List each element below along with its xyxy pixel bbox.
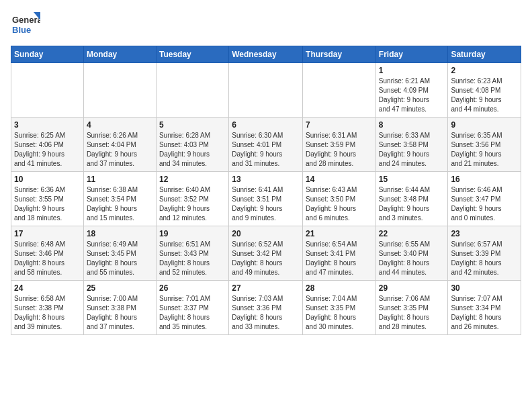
day-info: Sunrise: 7:04 AM Sunset: 3:35 PM Dayligh… bbox=[306, 294, 373, 332]
day-number: 24 bbox=[14, 283, 81, 293]
day-number: 25 bbox=[87, 283, 153, 293]
day-cell bbox=[229, 63, 303, 118]
day-info: Sunrise: 6:55 AM Sunset: 3:40 PM Dayligh… bbox=[379, 240, 445, 277]
day-info: Sunrise: 7:00 AM Sunset: 3:38 PM Dayligh… bbox=[87, 294, 153, 332]
day-number: 6 bbox=[232, 120, 300, 130]
day-cell: 22Sunrise: 6:55 AM Sunset: 3:40 PM Dayli… bbox=[375, 226, 448, 281]
header-thursday: Thursday bbox=[303, 46, 376, 63]
day-info: Sunrise: 6:36 AM Sunset: 3:55 PM Dayligh… bbox=[14, 185, 81, 223]
day-info: Sunrise: 7:07 AM Sunset: 3:34 PM Dayligh… bbox=[451, 294, 518, 332]
day-number: 5 bbox=[159, 120, 226, 130]
header-friday: Friday bbox=[375, 46, 448, 63]
page-header: General Blue bbox=[11, 11, 521, 40]
day-info: Sunrise: 6:25 AM Sunset: 4:06 PM Dayligh… bbox=[14, 131, 81, 169]
day-number: 13 bbox=[232, 175, 300, 184]
day-info: Sunrise: 6:46 AM Sunset: 3:47 PM Dayligh… bbox=[451, 185, 518, 223]
day-info: Sunrise: 6:31 AM Sunset: 3:59 PM Dayligh… bbox=[306, 131, 373, 169]
day-info: Sunrise: 6:51 AM Sunset: 3:43 PM Dayligh… bbox=[159, 240, 226, 277]
day-number: 11 bbox=[87, 175, 153, 184]
day-cell: 13Sunrise: 6:41 AM Sunset: 3:51 PM Dayli… bbox=[229, 172, 303, 226]
day-cell: 16Sunrise: 6:46 AM Sunset: 3:47 PM Dayli… bbox=[448, 172, 521, 226]
week-row-1: 3Sunrise: 6:25 AM Sunset: 4:06 PM Daylig… bbox=[11, 118, 521, 172]
week-row-4: 24Sunrise: 6:58 AM Sunset: 3:38 PM Dayli… bbox=[11, 281, 521, 335]
svg-text:Blue: Blue bbox=[12, 25, 31, 35]
day-number: 2 bbox=[451, 66, 518, 75]
day-info: Sunrise: 6:38 AM Sunset: 3:54 PM Dayligh… bbox=[87, 185, 153, 223]
calendar-table: SundayMondayTuesdayWednesdayThursdayFrid… bbox=[11, 46, 521, 335]
day-number: 1 bbox=[379, 66, 445, 75]
day-number: 4 bbox=[87, 120, 153, 130]
day-cell: 15Sunrise: 6:44 AM Sunset: 3:48 PM Dayli… bbox=[375, 172, 448, 226]
day-cell: 8Sunrise: 6:33 AM Sunset: 3:58 PM Daylig… bbox=[375, 118, 448, 172]
day-info: Sunrise: 7:01 AM Sunset: 3:37 PM Dayligh… bbox=[159, 294, 226, 332]
day-cell: 7Sunrise: 6:31 AM Sunset: 3:59 PM Daylig… bbox=[303, 118, 376, 172]
day-info: Sunrise: 7:03 AM Sunset: 3:36 PM Dayligh… bbox=[232, 294, 300, 332]
day-number: 14 bbox=[306, 175, 373, 184]
day-cell: 1Sunrise: 6:21 AM Sunset: 4:09 PM Daylig… bbox=[375, 63, 448, 118]
day-number: 30 bbox=[451, 283, 518, 293]
day-cell: 10Sunrise: 6:36 AM Sunset: 3:55 PM Dayli… bbox=[11, 172, 84, 226]
header-saturday: Saturday bbox=[448, 46, 521, 63]
day-cell: 2Sunrise: 6:23 AM Sunset: 4:08 PM Daylig… bbox=[448, 63, 521, 118]
day-info: Sunrise: 6:54 AM Sunset: 3:41 PM Dayligh… bbox=[306, 240, 373, 277]
day-number: 10 bbox=[14, 175, 81, 184]
logo-icon: General Blue bbox=[11, 11, 40, 40]
day-cell: 26Sunrise: 7:01 AM Sunset: 3:37 PM Dayli… bbox=[156, 281, 228, 335]
logo: General Blue bbox=[11, 11, 40, 40]
day-cell: 23Sunrise: 6:57 AM Sunset: 3:39 PM Dayli… bbox=[448, 226, 521, 281]
day-cell: 4Sunrise: 6:26 AM Sunset: 4:04 PM Daylig… bbox=[83, 118, 156, 172]
day-cell: 9Sunrise: 6:35 AM Sunset: 3:56 PM Daylig… bbox=[448, 118, 521, 172]
day-info: Sunrise: 6:26 AM Sunset: 4:04 PM Dayligh… bbox=[87, 131, 153, 169]
day-cell: 6Sunrise: 6:30 AM Sunset: 4:01 PM Daylig… bbox=[229, 118, 303, 172]
day-number: 12 bbox=[159, 175, 226, 184]
day-cell: 19Sunrise: 6:51 AM Sunset: 3:43 PM Dayli… bbox=[156, 226, 228, 281]
day-number: 28 bbox=[306, 283, 373, 293]
svg-text:General: General bbox=[12, 15, 40, 25]
day-info: Sunrise: 6:35 AM Sunset: 3:56 PM Dayligh… bbox=[451, 131, 518, 169]
day-number: 19 bbox=[159, 229, 226, 238]
header-sunday: Sunday bbox=[11, 46, 84, 63]
day-cell: 24Sunrise: 6:58 AM Sunset: 3:38 PM Dayli… bbox=[11, 281, 84, 335]
day-cell: 25Sunrise: 7:00 AM Sunset: 3:38 PM Dayli… bbox=[83, 281, 156, 335]
day-cell: 12Sunrise: 6:40 AM Sunset: 3:52 PM Dayli… bbox=[156, 172, 228, 226]
day-info: Sunrise: 6:48 AM Sunset: 3:46 PM Dayligh… bbox=[14, 240, 81, 277]
day-info: Sunrise: 6:28 AM Sunset: 4:03 PM Dayligh… bbox=[159, 131, 226, 169]
day-info: Sunrise: 6:43 AM Sunset: 3:50 PM Dayligh… bbox=[306, 185, 373, 223]
day-cell: 17Sunrise: 6:48 AM Sunset: 3:46 PM Dayli… bbox=[11, 226, 84, 281]
day-cell bbox=[303, 63, 376, 118]
day-info: Sunrise: 6:49 AM Sunset: 3:45 PM Dayligh… bbox=[87, 240, 153, 277]
day-info: Sunrise: 6:52 AM Sunset: 3:42 PM Dayligh… bbox=[232, 240, 300, 277]
day-number: 21 bbox=[306, 229, 373, 238]
day-info: Sunrise: 6:44 AM Sunset: 3:48 PM Dayligh… bbox=[379, 185, 445, 223]
day-info: Sunrise: 6:41 AM Sunset: 3:51 PM Dayligh… bbox=[232, 185, 300, 223]
day-cell: 27Sunrise: 7:03 AM Sunset: 3:36 PM Dayli… bbox=[229, 281, 303, 335]
day-number: 26 bbox=[159, 283, 226, 293]
day-number: 22 bbox=[379, 229, 445, 238]
header-tuesday: Tuesday bbox=[156, 46, 228, 63]
day-number: 17 bbox=[14, 229, 81, 238]
day-cell: 28Sunrise: 7:04 AM Sunset: 3:35 PM Dayli… bbox=[303, 281, 376, 335]
day-info: Sunrise: 6:33 AM Sunset: 3:58 PM Dayligh… bbox=[379, 131, 445, 169]
day-cell: 18Sunrise: 6:49 AM Sunset: 3:45 PM Dayli… bbox=[83, 226, 156, 281]
calendar-body: 1Sunrise: 6:21 AM Sunset: 4:09 PM Daylig… bbox=[11, 63, 521, 335]
day-info: Sunrise: 6:57 AM Sunset: 3:39 PM Dayligh… bbox=[451, 240, 518, 277]
day-number: 27 bbox=[232, 283, 300, 293]
day-number: 15 bbox=[379, 175, 445, 184]
day-cell: 21Sunrise: 6:54 AM Sunset: 3:41 PM Dayli… bbox=[303, 226, 376, 281]
day-cell: 29Sunrise: 7:06 AM Sunset: 3:35 PM Dayli… bbox=[375, 281, 448, 335]
calendar-header-row: SundayMondayTuesdayWednesdayThursdayFrid… bbox=[11, 46, 521, 63]
day-cell: 14Sunrise: 6:43 AM Sunset: 3:50 PM Dayli… bbox=[303, 172, 376, 226]
day-cell bbox=[83, 63, 156, 118]
day-number: 29 bbox=[379, 283, 445, 293]
day-info: Sunrise: 7:06 AM Sunset: 3:35 PM Dayligh… bbox=[379, 294, 445, 332]
day-number: 16 bbox=[451, 175, 518, 184]
day-info: Sunrise: 6:58 AM Sunset: 3:38 PM Dayligh… bbox=[14, 294, 81, 332]
day-info: Sunrise: 6:30 AM Sunset: 4:01 PM Dayligh… bbox=[232, 131, 300, 169]
day-cell: 3Sunrise: 6:25 AM Sunset: 4:06 PM Daylig… bbox=[11, 118, 84, 172]
day-number: 23 bbox=[451, 229, 518, 238]
day-cell: 11Sunrise: 6:38 AM Sunset: 3:54 PM Dayli… bbox=[83, 172, 156, 226]
week-row-2: 10Sunrise: 6:36 AM Sunset: 3:55 PM Dayli… bbox=[11, 172, 521, 226]
day-cell: 5Sunrise: 6:28 AM Sunset: 4:03 PM Daylig… bbox=[156, 118, 228, 172]
week-row-3: 17Sunrise: 6:48 AM Sunset: 3:46 PM Dayli… bbox=[11, 226, 521, 281]
header-monday: Monday bbox=[83, 46, 156, 63]
